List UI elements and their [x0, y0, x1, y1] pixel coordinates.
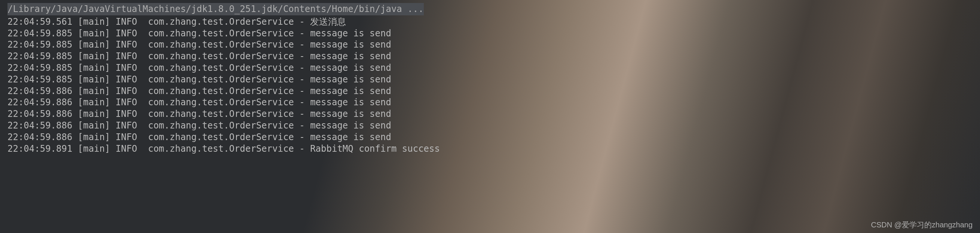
- log-line: 22:04:59.885 [main] INFO com.zhang.test.…: [8, 28, 972, 39]
- log-line: 22:04:59.886 [main] INFO com.zhang.test.…: [8, 85, 972, 97]
- log-line: 22:04:59.885 [main] INFO com.zhang.test.…: [8, 51, 972, 62]
- log-line: 22:04:59.886 [main] INFO com.zhang.test.…: [8, 97, 972, 108]
- csdn-watermark: CSDN @爱学习的zhangzhang: [871, 220, 972, 229]
- log-line: 22:04:59.885 [main] INFO com.zhang.test.…: [8, 62, 972, 74]
- log-line: 22:04:59.885 [main] INFO com.zhang.test.…: [8, 39, 972, 51]
- log-line: 22:04:59.886 [main] INFO com.zhang.test.…: [8, 120, 972, 131]
- log-line: 22:04:59.891 [main] INFO com.zhang.test.…: [8, 143, 972, 155]
- log-line: 22:04:59.561 [main] INFO com.zhang.test.…: [8, 16, 972, 28]
- log-line: 22:04:59.886 [main] INFO com.zhang.test.…: [8, 108, 972, 120]
- log-line: 22:04:59.886 [main] INFO com.zhang.test.…: [8, 131, 972, 143]
- java-command-header: /Library/Java/JavaVirtualMachines/jdk1.8…: [8, 3, 424, 15]
- log-line: 22:04:59.885 [main] INFO com.zhang.test.…: [8, 74, 972, 85]
- log-lines-container: 22:04:59.561 [main] INFO com.zhang.test.…: [8, 16, 972, 155]
- console-output[interactable]: /Library/Java/JavaVirtualMachines/jdk1.8…: [0, 0, 980, 157]
